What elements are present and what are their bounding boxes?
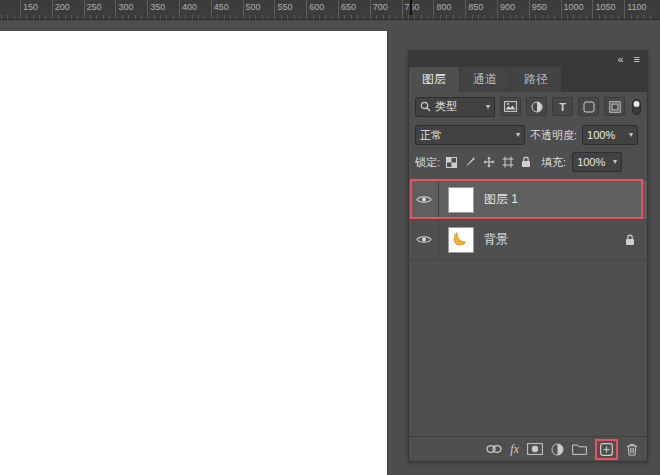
ruler-tick: [516, 15, 517, 19]
filter-smart-objects-button[interactable]: [604, 97, 625, 116]
ruler-cursor-indicator: [410, 0, 412, 15]
layer-thumbnail[interactable]: [448, 227, 474, 253]
ruler-tick: [605, 15, 606, 19]
opacity-value: 100%: [587, 129, 615, 141]
ruler-mark-label: 1050: [595, 2, 615, 12]
ruler-tick: [14, 15, 15, 19]
ruler-tick: [478, 15, 479, 19]
visibility-toggle[interactable]: [409, 180, 439, 219]
ruler-tick: [554, 15, 555, 19]
visibility-toggle[interactable]: [409, 220, 439, 259]
filter-type-dropdown[interactable]: 类型 ▾: [415, 97, 495, 117]
ruler-mark-label: 200: [55, 2, 70, 12]
ruler-tick: [217, 15, 218, 19]
ruler-tick: [522, 15, 523, 19]
ruler-tick: [389, 15, 390, 19]
ruler-mark-label: 750: [405, 2, 420, 12]
layer-filter-toggle-switch[interactable]: [632, 99, 641, 115]
ruler-tick: [465, 0, 466, 20]
lock-all-button[interactable]: [521, 156, 531, 168]
ruler-tick: [586, 15, 587, 19]
ruler-tick: [65, 15, 66, 19]
ruler-tick: [211, 0, 212, 20]
layer-style-button[interactable]: fx: [510, 442, 519, 457]
new-layer-button[interactable]: [600, 443, 613, 456]
ruler-mark-label: 250: [87, 2, 102, 12]
fill-field[interactable]: 100% ▾: [572, 152, 622, 172]
filter-type-layers-button[interactable]: T: [552, 97, 573, 116]
tab-paths[interactable]: 路径: [511, 67, 561, 92]
layer-row-layer1[interactable]: 图层 1: [409, 180, 647, 220]
ruler-tick: [192, 15, 193, 19]
ruler-tick: [77, 15, 78, 19]
delete-layer-button[interactable]: [626, 443, 638, 456]
lock-transparent-pixels-button[interactable]: [446, 157, 457, 168]
ruler-mark-label: 400: [182, 2, 197, 12]
ruler-mark-label: 850: [468, 2, 483, 12]
layers-panel: « ≡ 图层 通道 路径 类型 ▾ T: [408, 50, 648, 462]
layer-thumbnail[interactable]: [448, 187, 474, 213]
ruler-tick: [96, 15, 97, 19]
panel-chrome-bar: « ≡: [409, 51, 647, 67]
fill-label: 填充:: [541, 155, 566, 170]
ruler-tick: [198, 15, 199, 19]
ruler-tick: [433, 0, 434, 20]
opacity-label: 不透明度:: [530, 128, 577, 143]
layer-row-background[interactable]: 背景: [409, 220, 647, 260]
ruler-mark-label: 350: [150, 2, 165, 12]
ruler-mark-label: 900: [500, 2, 515, 12]
ruler-tick: [179, 0, 180, 20]
link-layers-button[interactable]: [486, 444, 502, 454]
lock-buttons: [446, 156, 531, 168]
ruler-tick: [580, 15, 581, 19]
panel-menu-icon[interactable]: ≡: [634, 54, 640, 65]
ruler-tick: [618, 15, 619, 19]
filter-adjustment-layers-button[interactable]: [526, 97, 547, 116]
eye-icon: [416, 194, 432, 205]
ruler-tick: [325, 15, 326, 19]
ruler-tick: [408, 15, 409, 19]
ruler-tick: [294, 15, 295, 19]
blend-mode-dropdown[interactable]: 正常 ▾: [415, 125, 525, 145]
ruler-tick: [529, 0, 530, 20]
ruler-tick: [592, 0, 593, 20]
ruler-tick: [147, 0, 148, 20]
tab-channels[interactable]: 通道: [460, 67, 510, 92]
lock-image-pixels-button[interactable]: [464, 156, 476, 168]
ruler-tick: [650, 15, 651, 19]
ruler-tick: [71, 15, 72, 19]
filter-shape-layers-button[interactable]: [578, 97, 599, 116]
collapse-panel-icon[interactable]: «: [617, 54, 623, 65]
ruler-mark-label: 950: [532, 2, 547, 12]
ruler-tick: [472, 15, 473, 19]
ruler-tick: [402, 0, 403, 20]
layer-filter-row: 类型 ▾ T: [409, 92, 647, 121]
new-adjustment-layer-button[interactable]: [551, 443, 564, 456]
ruler-tick: [344, 15, 345, 19]
document-canvas[interactable]: [0, 31, 388, 475]
add-layer-mask-button[interactable]: [527, 443, 543, 455]
ruler-tick: [300, 15, 301, 19]
ruler-tick: [173, 15, 174, 19]
ruler-tick: [128, 15, 129, 19]
lock-position-button[interactable]: [483, 156, 495, 168]
ruler-tick: [440, 15, 441, 19]
ruler-tick: [224, 15, 225, 19]
ruler-tick: [7, 15, 8, 19]
ruler-tick: [33, 15, 34, 19]
filter-pixel-layers-button[interactable]: [500, 97, 521, 116]
ruler-mark-label: 150: [23, 2, 38, 12]
opacity-field[interactable]: 100% ▾: [582, 125, 638, 145]
background-lock-icon[interactable]: [625, 234, 635, 246]
new-group-button[interactable]: [572, 443, 587, 455]
ruler-tick: [421, 15, 422, 19]
lock-artboard-nesting-button[interactable]: [502, 156, 514, 168]
ruler: 1502002503003504004505005506006507007508…: [0, 0, 660, 20]
tab-layers[interactable]: 图层: [409, 67, 459, 92]
ruler-tick: [561, 0, 562, 20]
search-icon: [420, 101, 431, 112]
ruler-tick: [185, 15, 186, 19]
ruler-mark-label: 450: [214, 2, 229, 12]
ruler-tick: [166, 15, 167, 19]
ruler-tick: [338, 0, 339, 20]
